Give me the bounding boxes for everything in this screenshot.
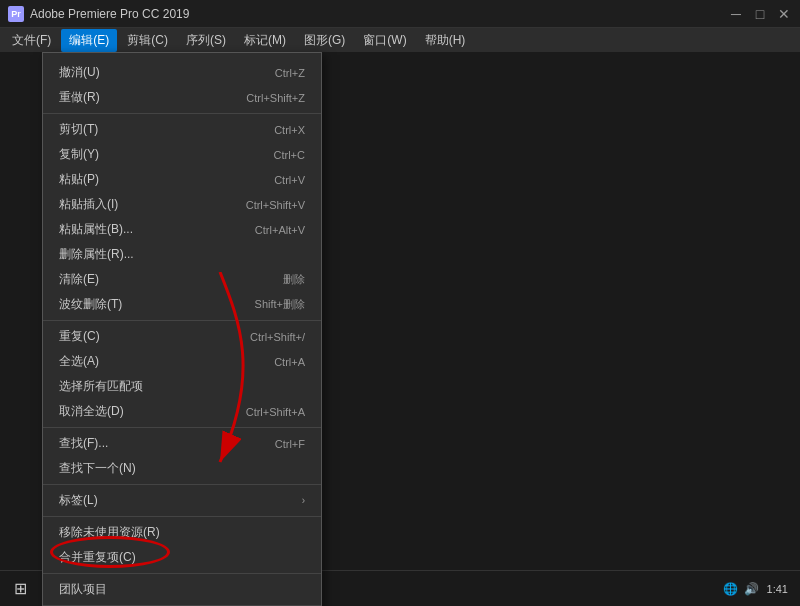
menu-remove-unused[interactable]: 移除未使用资源(R) <box>43 520 321 545</box>
menu-merge-duplicates[interactable]: 合并重复项(C) <box>43 545 321 570</box>
menu-clip[interactable]: 剪辑(C) <box>119 29 176 52</box>
menu-labels-label: 标签(L) <box>59 492 98 509</box>
menu-bar: 文件(F) 编辑(E) 剪辑(C) 序列(S) 标记(M) 图形(G) 窗口(W… <box>0 28 800 52</box>
menu-ripple-delete-label: 波纹删除(T) <box>59 296 122 313</box>
menu-paste[interactable]: 粘贴(P) Ctrl+V <box>43 167 321 192</box>
title-bar-left: Pr Adobe Premiere Pro CC 2019 <box>8 6 189 22</box>
minimize-button[interactable]: ─ <box>728 6 744 22</box>
main-content: 撤消(U) Ctrl+Z 重做(R) Ctrl+Shift+Z 剪切(T) Ct… <box>0 52 800 570</box>
menu-undo-shortcut: Ctrl+Z <box>275 67 305 79</box>
menu-section-labels: 标签(L) › <box>43 485 321 517</box>
menu-redo-label: 重做(R) <box>59 89 100 106</box>
menu-section-select: 重复(C) Ctrl+Shift+/ 全选(A) Ctrl+A 选择所有匹配项 … <box>43 321 321 428</box>
menu-deselect-all[interactable]: 取消全选(D) Ctrl+Shift+A <box>43 399 321 424</box>
menu-find-label: 查找(F)... <box>59 435 108 452</box>
edit-dropdown-menu: 撤消(U) Ctrl+Z 重做(R) Ctrl+Shift+Z 剪切(T) Ct… <box>42 52 322 606</box>
menu-select-matching[interactable]: 选择所有匹配项 <box>43 374 321 399</box>
labels-arrow-icon: › <box>302 495 305 506</box>
maximize-button[interactable]: □ <box>752 6 768 22</box>
menu-select-matching-label: 选择所有匹配项 <box>59 378 143 395</box>
menu-clear-label: 清除(E) <box>59 271 99 288</box>
menu-file[interactable]: 文件(F) <box>4 29 59 52</box>
menu-team-project-label: 团队项目 <box>59 581 107 598</box>
menu-paste-attrs[interactable]: 粘贴属性(B)... Ctrl+Alt+V <box>43 217 321 242</box>
menu-duplicate[interactable]: 重复(C) Ctrl+Shift+/ <box>43 324 321 349</box>
menu-section-find: 查找(F)... Ctrl+F 查找下一个(N) <box>43 428 321 485</box>
menu-undo-label: 撤消(U) <box>59 64 100 81</box>
system-tray-icons: 🌐 🔊 <box>723 582 759 596</box>
menu-remove-attrs-label: 删除属性(R)... <box>59 246 134 263</box>
menu-redo[interactable]: 重做(R) Ctrl+Shift+Z <box>43 85 321 110</box>
menu-duplicate-label: 重复(C) <box>59 328 100 345</box>
menu-ripple-delete[interactable]: 波纹删除(T) Shift+删除 <box>43 292 321 317</box>
window-controls: ─ □ ✕ <box>728 6 792 22</box>
volume-icon: 🔊 <box>744 582 759 596</box>
menu-remove-attrs[interactable]: 删除属性(R)... <box>43 242 321 267</box>
menu-remove-unused-label: 移除未使用资源(R) <box>59 524 160 541</box>
network-icon: 🌐 <box>723 582 738 596</box>
menu-undo[interactable]: 撤消(U) Ctrl+Z <box>43 60 321 85</box>
menu-help[interactable]: 帮助(H) <box>417 29 474 52</box>
menu-cut-label: 剪切(T) <box>59 121 98 138</box>
menu-select-all[interactable]: 全选(A) Ctrl+A <box>43 349 321 374</box>
close-button[interactable]: ✕ <box>776 6 792 22</box>
menu-redo-shortcut: Ctrl+Shift+Z <box>246 92 305 104</box>
menu-graphics[interactable]: 图形(G) <box>296 29 353 52</box>
menu-select-all-label: 全选(A) <box>59 353 99 370</box>
menu-paste-label: 粘贴(P) <box>59 171 99 188</box>
app-icon: Pr <box>8 6 24 22</box>
start-icon: ⊞ <box>14 579 27 598</box>
menu-team-project[interactable]: 团队项目 <box>43 577 321 602</box>
menu-copy[interactable]: 复制(Y) Ctrl+C <box>43 142 321 167</box>
menu-cut[interactable]: 剪切(T) Ctrl+X <box>43 117 321 142</box>
menu-window[interactable]: 窗口(W) <box>355 29 414 52</box>
clock: 1:41 <box>767 583 788 595</box>
menu-section-remove: 移除未使用资源(R) 合并重复项(C) <box>43 517 321 574</box>
menu-marker[interactable]: 标记(M) <box>236 29 294 52</box>
menu-section-undoredo: 撤消(U) Ctrl+Z 重做(R) Ctrl+Shift+Z <box>43 57 321 114</box>
menu-labels[interactable]: 标签(L) › <box>43 488 321 513</box>
menu-clear[interactable]: 清除(E) 删除 <box>43 267 321 292</box>
menu-deselect-all-label: 取消全选(D) <box>59 403 124 420</box>
menu-edit[interactable]: 编辑(E) <box>61 29 117 52</box>
title-text: Adobe Premiere Pro CC 2019 <box>30 7 189 21</box>
menu-paste-insert[interactable]: 粘贴插入(I) Ctrl+Shift+V <box>43 192 321 217</box>
menu-section-team: 团队项目 <box>43 574 321 606</box>
title-bar: Pr Adobe Premiere Pro CC 2019 ─ □ ✕ <box>0 0 800 28</box>
menu-copy-label: 复制(Y) <box>59 146 99 163</box>
menu-paste-insert-label: 粘贴插入(I) <box>59 196 118 213</box>
start-button[interactable]: ⊞ <box>4 573 36 605</box>
taskbar-right: 🌐 🔊 1:41 <box>723 582 796 596</box>
menu-find-next[interactable]: 查找下一个(N) <box>43 456 321 481</box>
menu-paste-attrs-label: 粘贴属性(B)... <box>59 221 133 238</box>
menu-sequence[interactable]: 序列(S) <box>178 29 234 52</box>
menu-section-clipboard: 剪切(T) Ctrl+X 复制(Y) Ctrl+C 粘贴(P) Ctrl+V 粘… <box>43 114 321 321</box>
menu-merge-duplicates-label: 合并重复项(C) <box>59 549 136 566</box>
menu-find[interactable]: 查找(F)... Ctrl+F <box>43 431 321 456</box>
menu-find-next-label: 查找下一个(N) <box>59 460 136 477</box>
